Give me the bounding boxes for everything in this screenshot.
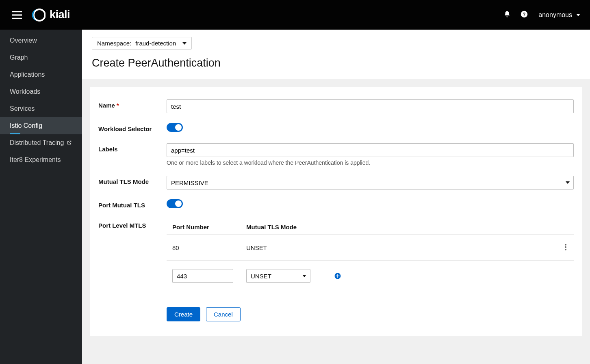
kebab-icon bbox=[565, 244, 566, 250]
port-level-table: Port Number Mutual TLS Mode 80 UNSET bbox=[167, 220, 574, 291]
new-port-number-input[interactable] bbox=[172, 269, 233, 283]
sidebar-item-label: Distributed Tracing bbox=[10, 139, 64, 146]
port-row-port: 80 bbox=[167, 235, 241, 261]
mtls-mode-select[interactable] bbox=[167, 176, 574, 190]
svg-rect-1 bbox=[12, 14, 22, 15]
sidebar-item-label: Istio Config bbox=[10, 122, 42, 129]
hamburger-icon bbox=[12, 11, 22, 19]
sidebar-item-label: Overview bbox=[10, 37, 37, 44]
caret-down-icon bbox=[576, 13, 580, 17]
page-header: Namespace: fraud-detection Create PeerAu… bbox=[82, 30, 590, 79]
kiali-logo-icon bbox=[32, 8, 46, 22]
caret-down-icon bbox=[302, 274, 306, 278]
row-mtls-mode: Mutual TLS Mode bbox=[98, 176, 574, 190]
row-port-mtls: Port Mutual TLS bbox=[98, 199, 574, 210]
caret-down-icon bbox=[566, 181, 570, 185]
namespace-value: fraud-detection bbox=[135, 40, 176, 47]
sidebar-item-istio-config[interactable]: Istio Config bbox=[0, 117, 82, 134]
sidebar-item-label: Services bbox=[10, 105, 35, 112]
port-mtls-label: Port Mutual TLS bbox=[98, 199, 167, 209]
cancel-button[interactable]: Cancel bbox=[206, 307, 241, 321]
user-menu[interactable]: anonymous bbox=[538, 11, 580, 19]
menu-toggle-button[interactable] bbox=[10, 9, 24, 22]
sidebar-item-distributed-tracing[interactable]: Distributed Tracing bbox=[0, 134, 82, 151]
sidebar: Overview Graph Applications Workloads Se… bbox=[0, 30, 82, 364]
form-actions: Create Cancel bbox=[167, 307, 574, 321]
sidebar-item-iter8[interactable]: Iter8 Experiments bbox=[0, 151, 82, 168]
notifications-button[interactable] bbox=[501, 8, 513, 22]
form-card: Name* Workload Selector Labels One or mo… bbox=[90, 87, 582, 336]
svg-point-3 bbox=[34, 9, 45, 21]
main-content: Namespace: fraud-detection Create PeerAu… bbox=[82, 30, 590, 364]
mtls-mode-label: Mutual TLS Mode bbox=[98, 176, 167, 185]
help-icon: ? bbox=[521, 11, 528, 18]
sidebar-item-label: Iter8 Experiments bbox=[10, 156, 61, 164]
plus-circle-icon bbox=[334, 272, 341, 280]
workload-selector-toggle[interactable] bbox=[167, 123, 183, 132]
labels-input[interactable] bbox=[167, 143, 574, 157]
svg-rect-11 bbox=[336, 276, 340, 276]
svg-point-7 bbox=[565, 246, 566, 248]
create-button[interactable]: Create bbox=[167, 307, 200, 321]
name-input[interactable] bbox=[167, 99, 574, 113]
sidebar-item-overview[interactable]: Overview bbox=[0, 32, 82, 49]
sidebar-item-graph[interactable]: Graph bbox=[0, 49, 82, 66]
sidebar-item-label: Applications bbox=[10, 71, 45, 78]
col-port-number: Port Number bbox=[167, 220, 241, 235]
port-new-row: UNSET bbox=[167, 261, 574, 291]
sidebar-item-label: Graph bbox=[10, 54, 28, 61]
namespace-selector[interactable]: Namespace: fraud-detection bbox=[92, 37, 192, 50]
page-title: Create PeerAuthentication bbox=[92, 57, 580, 69]
port-mtls-toggle[interactable] bbox=[167, 199, 183, 208]
port-row-actions-button[interactable] bbox=[563, 242, 568, 253]
svg-rect-2 bbox=[12, 17, 22, 19]
port-row-mode: UNSET bbox=[241, 235, 549, 261]
col-mtls-mode: Mutual TLS Mode bbox=[241, 220, 549, 235]
namespace-label: Namespace: bbox=[97, 40, 131, 47]
brand: kiali bbox=[32, 8, 70, 22]
add-port-button[interactable] bbox=[332, 271, 343, 282]
row-name: Name* bbox=[98, 99, 574, 113]
svg-point-8 bbox=[565, 249, 566, 250]
row-labels: Labels One or more labels to select a wo… bbox=[98, 143, 574, 166]
svg-text:?: ? bbox=[523, 12, 526, 17]
port-row: 80 UNSET bbox=[167, 235, 574, 261]
svg-point-6 bbox=[565, 244, 566, 246]
row-workload-selector: Workload Selector bbox=[98, 123, 574, 134]
workload-selector-label: Workload Selector bbox=[98, 123, 167, 132]
port-level-mtls-label: Port Level MTLS bbox=[98, 220, 167, 229]
sidebar-item-workloads[interactable]: Workloads bbox=[0, 83, 82, 100]
new-port-mode-select[interactable]: UNSET bbox=[246, 269, 310, 283]
help-button[interactable]: ? bbox=[518, 8, 530, 22]
topbar: kiali ? anonymous bbox=[0, 0, 590, 30]
sidebar-item-applications[interactable]: Applications bbox=[0, 66, 82, 83]
caret-down-icon bbox=[182, 41, 187, 45]
labels-help-text: One or more labels to select a workload … bbox=[167, 159, 574, 166]
labels-label: Labels bbox=[98, 143, 167, 153]
brand-text: kiali bbox=[50, 9, 70, 21]
bell-icon bbox=[503, 11, 511, 18]
sidebar-item-services[interactable]: Services bbox=[0, 100, 82, 117]
name-label: Name* bbox=[98, 99, 167, 109]
sidebar-item-label: Workloads bbox=[10, 88, 40, 95]
user-name: anonymous bbox=[538, 11, 572, 19]
row-port-level-mtls: Port Level MTLS Port Number Mutual TLS M… bbox=[98, 220, 574, 291]
svg-rect-0 bbox=[12, 11, 22, 12]
external-link-icon bbox=[66, 140, 72, 146]
